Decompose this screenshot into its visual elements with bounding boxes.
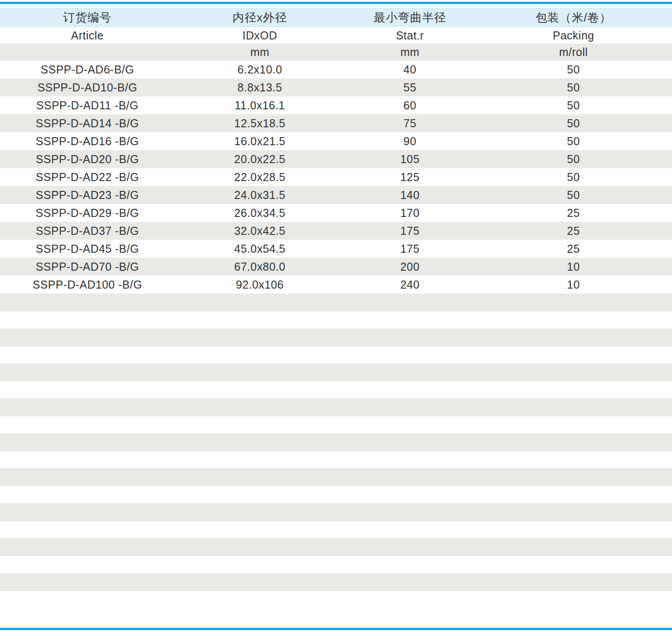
article-cell: SSPP-D-AD37 -B/G bbox=[0, 222, 175, 240]
empty-stripe bbox=[0, 294, 672, 311]
header-row-units: mm mm m/roll bbox=[0, 43, 672, 60]
statr-cell: 140 bbox=[345, 186, 475, 204]
table-row: SSPP-D-AD45 -B/G 45.0x54.5 175 25 bbox=[0, 240, 672, 258]
table-row: SSPP-D-AD11 -B/G 11.0x16.1 60 50 bbox=[0, 96, 672, 114]
empty-stripe bbox=[0, 433, 672, 451]
header-row-english: Article IDxOD Stat.r Packing bbox=[0, 27, 672, 43]
idod-cell: 26.0x34.5 bbox=[175, 204, 345, 222]
article-cell: SSPP-D-AD20 -B/G bbox=[0, 150, 175, 168]
col-header-idod-en: IDxOD bbox=[175, 27, 345, 43]
statr-cell: 60 bbox=[345, 96, 475, 114]
table-row: SSPP-D-AD14 -B/G 12.5x18.5 75 50 bbox=[0, 114, 672, 132]
statr-cell: 175 bbox=[345, 240, 475, 258]
packing-cell: 25 bbox=[475, 240, 672, 258]
bottom-accent-bar bbox=[0, 628, 672, 630]
table-row: SSPP-D-AD23 -B/G 24.0x31.5 140 50 bbox=[0, 186, 672, 204]
col-unit-article bbox=[0, 43, 175, 60]
empty-stripe bbox=[0, 538, 672, 556]
empty-stripe bbox=[0, 503, 672, 521]
idod-cell: 8.8x13.5 bbox=[175, 78, 345, 96]
statr-cell: 175 bbox=[345, 222, 475, 240]
table-row: SSPP-D-AD16 -B/G 16.0x21.5 90 50 bbox=[0, 132, 672, 150]
col-header-idod-cn: 内径x外径 bbox=[175, 8, 345, 27]
table-row: SSPP-D-AD29 -B/G 26.0x34.5 170 25 bbox=[0, 204, 672, 222]
statr-cell: 90 bbox=[345, 132, 475, 150]
col-header-packing-cn: 包装（米/卷） bbox=[475, 8, 672, 27]
article-cell: SSPP-D-AD29 -B/G bbox=[0, 204, 175, 222]
article-cell: SSPP-D-AD10-B/G bbox=[0, 78, 175, 96]
header-row-chinese: 订货编号 内径x外径 最小弯曲半径 包装（米/卷） bbox=[0, 8, 672, 27]
empty-stripe bbox=[0, 468, 672, 486]
empty-stripe bbox=[0, 363, 672, 381]
statr-cell: 125 bbox=[345, 168, 475, 186]
col-unit-packing: m/roll bbox=[475, 43, 672, 60]
col-header-statr-cn: 最小弯曲半径 bbox=[345, 8, 475, 27]
statr-cell: 40 bbox=[345, 60, 475, 78]
statr-cell: 55 bbox=[345, 78, 475, 96]
packing-cell: 25 bbox=[475, 204, 672, 222]
col-header-packing-en: Packing bbox=[475, 27, 672, 43]
packing-cell: 50 bbox=[475, 78, 672, 96]
packing-cell: 10 bbox=[475, 258, 672, 276]
idod-cell: 6.2x10.0 bbox=[175, 60, 345, 78]
table-row: SSPP-D-AD10-B/G 8.8x13.5 55 50 bbox=[0, 78, 672, 96]
top-accent-bar bbox=[0, 2, 672, 4]
packing-cell: 50 bbox=[475, 150, 672, 168]
article-cell: SSPP-D-AD100 -B/G bbox=[0, 276, 175, 294]
article-cell: SSPP-D-AD70 -B/G bbox=[0, 258, 175, 276]
table-row: SSPP-D-AD20 -B/G 20.0x22.5 105 50 bbox=[0, 150, 672, 168]
article-cell: SSPP-D-AD11 -B/G bbox=[0, 96, 175, 114]
table-row: SSPP-D-AD100 -B/G 92.0x106 240 10 bbox=[0, 276, 672, 294]
table-row: SSPP-D-AD6-B/G 6.2x10.0 40 50 bbox=[0, 60, 672, 78]
table-header: 订货编号 内径x外径 最小弯曲半径 包装（米/卷） Article IDxOD … bbox=[0, 8, 672, 60]
article-cell: SSPP-D-AD14 -B/G bbox=[0, 114, 175, 132]
idod-cell: 24.0x31.5 bbox=[175, 186, 345, 204]
idod-cell: 32.0x42.5 bbox=[175, 222, 345, 240]
idod-cell: 67.0x80.0 bbox=[175, 258, 345, 276]
idod-cell: 20.0x22.5 bbox=[175, 150, 345, 168]
empty-stripe bbox=[0, 328, 672, 346]
table-row: SSPP-D-AD22 -B/G 22.0x28.5 125 50 bbox=[0, 168, 672, 186]
table-row: SSPP-D-AD37 -B/G 32.0x42.5 175 25 bbox=[0, 222, 672, 240]
col-header-article-cn: 订货编号 bbox=[0, 8, 175, 27]
packing-cell: 50 bbox=[475, 60, 672, 78]
packing-cell: 50 bbox=[475, 96, 672, 114]
empty-striped-rows bbox=[0, 294, 672, 591]
col-header-statr-en: Stat.r bbox=[345, 27, 475, 43]
idod-cell: 12.5x18.5 bbox=[175, 114, 345, 132]
page: 订货编号 内径x外径 最小弯曲半径 包装（米/卷） Article IDxOD … bbox=[0, 2, 672, 630]
packing-cell: 50 bbox=[475, 168, 672, 186]
statr-cell: 240 bbox=[345, 276, 475, 294]
statr-cell: 105 bbox=[345, 150, 475, 168]
packing-cell: 50 bbox=[475, 114, 672, 132]
product-spec-table: 订货编号 内径x外径 最小弯曲半径 包装（米/卷） Article IDxOD … bbox=[0, 8, 672, 294]
statr-cell: 170 bbox=[345, 204, 475, 222]
idod-cell: 45.0x54.5 bbox=[175, 240, 345, 258]
statr-cell: 75 bbox=[345, 114, 475, 132]
idod-cell: 22.0x28.5 bbox=[175, 168, 345, 186]
col-header-article-en: Article bbox=[0, 27, 175, 43]
packing-cell: 10 bbox=[475, 276, 672, 294]
col-unit-idod: mm bbox=[175, 43, 345, 60]
idod-cell: 11.0x16.1 bbox=[175, 96, 345, 114]
article-cell: SSPP-D-AD22 -B/G bbox=[0, 168, 175, 186]
col-unit-statr: mm bbox=[345, 43, 475, 60]
idod-cell: 92.0x106 bbox=[175, 276, 345, 294]
statr-cell: 200 bbox=[345, 258, 475, 276]
table-row: SSPP-D-AD70 -B/G 67.0x80.0 200 10 bbox=[0, 258, 672, 276]
empty-stripe bbox=[0, 573, 672, 591]
article-cell: SSPP-D-AD6-B/G bbox=[0, 60, 175, 78]
packing-cell: 50 bbox=[475, 186, 672, 204]
article-cell: SSPP-D-AD45 -B/G bbox=[0, 240, 175, 258]
packing-cell: 50 bbox=[475, 132, 672, 150]
table-body: SSPP-D-AD6-B/G 6.2x10.0 40 50 SSPP-D-AD1… bbox=[0, 60, 672, 294]
packing-cell: 25 bbox=[475, 222, 672, 240]
article-cell: SSPP-D-AD16 -B/G bbox=[0, 132, 175, 150]
article-cell: SSPP-D-AD23 -B/G bbox=[0, 186, 175, 204]
idod-cell: 16.0x21.5 bbox=[175, 132, 345, 150]
empty-stripe bbox=[0, 398, 672, 416]
